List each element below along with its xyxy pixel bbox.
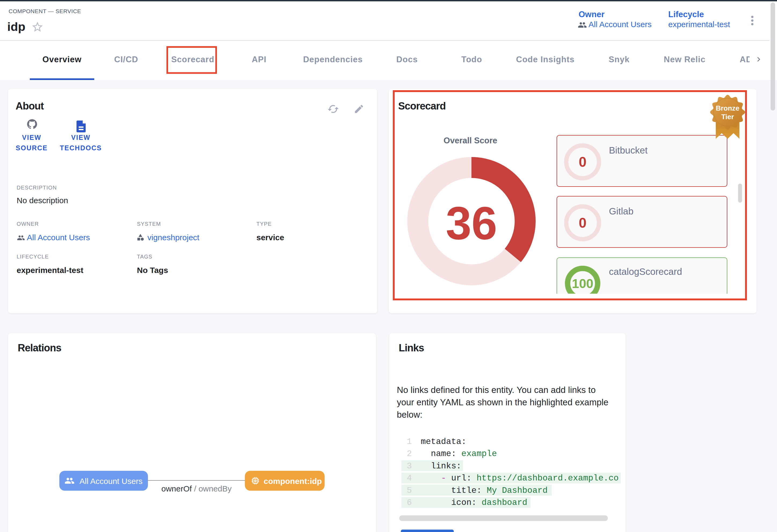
svg-text:Tier: Tier [721,113,734,121]
svg-text:Bronze: Bronze [716,104,740,112]
